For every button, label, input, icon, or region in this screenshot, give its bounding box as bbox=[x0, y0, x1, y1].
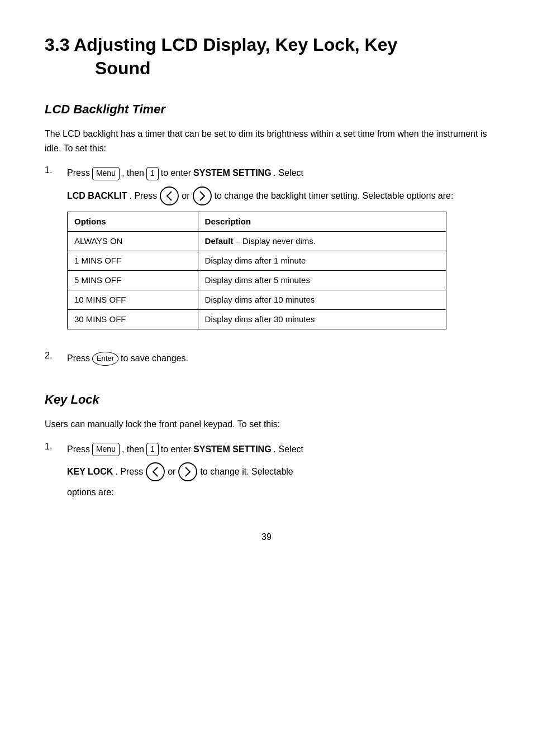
enter-key: Enter bbox=[92, 352, 118, 365]
table-cell-description: Default – Display never dims. bbox=[198, 232, 446, 251]
page-title: 3.3 Adjusting LCD Display, Key Lock, Key… bbox=[45, 34, 488, 80]
step1-content: Press Menu , then 1 to enter SYSTEM SETT… bbox=[67, 162, 488, 338]
section1-steps: 1. Press Menu , then 1 to enter SYSTEM S… bbox=[45, 162, 488, 370]
page-number: 39 bbox=[45, 532, 488, 542]
section2-steps: 1. Press Menu , then 1 to enter SYSTEM S… bbox=[45, 438, 488, 504]
table-cell-description: Display dims after 1 minute bbox=[198, 251, 446, 271]
step1-number: 1. bbox=[45, 162, 67, 178]
table-cell-option: 5 MINS OFF bbox=[68, 271, 198, 290]
step2-number: 2. bbox=[45, 347, 67, 363]
table-cell-description: Display dims after 5 minutes bbox=[198, 271, 446, 290]
table-row: ALWAYS ONDefault – Display never dims. bbox=[68, 232, 446, 251]
section2-intro: Users can manually lock the front panel … bbox=[45, 417, 488, 432]
s2-step1-line1: Press Menu , then 1 to enter SYSTEM SETT… bbox=[67, 442, 488, 458]
s2-right-arrow-icon bbox=[178, 462, 198, 482]
table-cell-description: Display dims after 10 minutes bbox=[198, 290, 446, 310]
s2-one-key: 1 bbox=[146, 443, 159, 456]
s2-left-arrow-icon bbox=[145, 462, 165, 482]
table-row: 30 MINS OFFDisplay dims after 30 minutes bbox=[68, 310, 446, 329]
s2-step1-line2: KEY LOCK. Press or to change it. Sele bbox=[67, 462, 488, 500]
section1-title: LCD Backlight Timer bbox=[45, 102, 488, 117]
section2-step1: 1. Press Menu , then 1 to enter SYSTEM S… bbox=[45, 438, 488, 504]
step2-content: Press Enter to save changes. bbox=[67, 347, 488, 370]
step1-line2: LCD BACKLIT. Press or to change the back… bbox=[67, 186, 488, 206]
section2-title: Key Lock bbox=[45, 393, 488, 407]
table-row: 10 MINS OFFDisplay dims after 10 minutes bbox=[68, 290, 446, 310]
table-cell-option: ALWAYS ON bbox=[68, 232, 198, 251]
step1-line1: Press Menu , then 1 to enter SYSTEM SETT… bbox=[67, 165, 488, 181]
s2-menu-key: Menu bbox=[92, 443, 120, 456]
col-description: Description bbox=[198, 212, 446, 232]
right-arrow-icon bbox=[192, 186, 212, 206]
section2: Key Lock Users can manually lock the fro… bbox=[45, 393, 488, 504]
col-options: Options bbox=[68, 212, 198, 232]
section1-step1: 1. Press Menu , then 1 to enter SYSTEM S… bbox=[45, 162, 488, 338]
step2-line: Press Enter to save changes. bbox=[67, 351, 488, 367]
options-table: Options Description ALWAYS ONDefault – D… bbox=[67, 212, 446, 329]
table-cell-option: 30 MINS OFF bbox=[68, 310, 198, 329]
section1-intro: The LCD backlight has a timer that can b… bbox=[45, 127, 488, 155]
svg-point-2 bbox=[193, 187, 211, 205]
menu-key: Menu bbox=[92, 167, 120, 180]
s2-options-line: options are: bbox=[67, 485, 488, 500]
left-arrow-icon bbox=[159, 186, 179, 206]
section1-step2: 2. Press Enter to save changes. bbox=[45, 347, 488, 370]
table-cell-option: 10 MINS OFF bbox=[68, 290, 198, 310]
table-cell-description: Display dims after 30 minutes bbox=[198, 310, 446, 329]
table-row: 5 MINS OFFDisplay dims after 5 minutes bbox=[68, 271, 446, 290]
svg-point-4 bbox=[179, 463, 197, 481]
table-row: 1 MINS OFFDisplay dims after 1 minute bbox=[68, 251, 446, 271]
s2-step1-content: Press Menu , then 1 to enter SYSTEM SETT… bbox=[67, 438, 488, 504]
one-key: 1 bbox=[146, 167, 159, 180]
s2-step1-number: 1. bbox=[45, 438, 67, 454]
svg-point-3 bbox=[146, 463, 164, 481]
table-cell-option: 1 MINS OFF bbox=[68, 251, 198, 271]
svg-point-0 bbox=[160, 187, 178, 205]
